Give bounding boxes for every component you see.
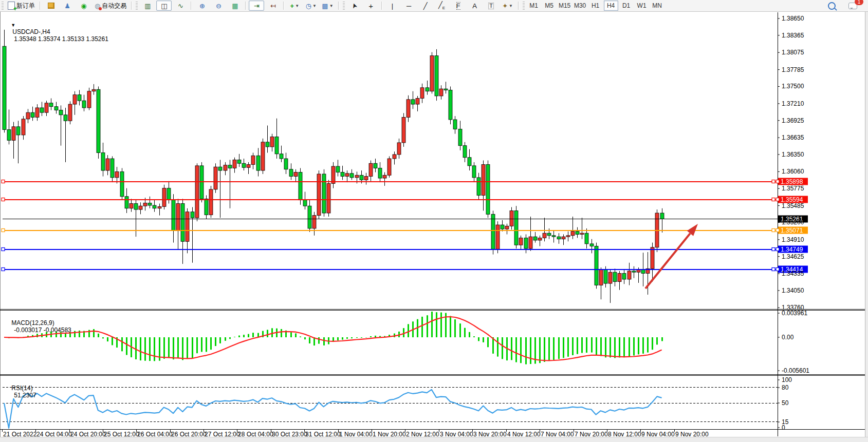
cube-icon: [48, 3, 54, 9]
macd-histogram: [5, 312, 662, 364]
macd-axis-label: 0.003961: [782, 310, 807, 317]
zoom-in-button[interactable]: ⊕: [194, 1, 210, 11]
toolbar-grip: [2, 2, 4, 10]
horizontal-line-tool-button[interactable]: ─: [401, 1, 417, 11]
svg-text:1.35898: 1.35898: [781, 178, 803, 185]
support-line-1-handle[interactable]: [2, 248, 5, 251]
cursor-tool-button[interactable]: ➤: [347, 1, 362, 11]
support-line-1-handle[interactable]: [772, 248, 775, 251]
bar-chart-mode-button[interactable]: ▥: [140, 1, 155, 11]
vertical-line-tool-button[interactable]: |: [385, 1, 400, 11]
indicators-button[interactable]: +▼: [287, 1, 302, 11]
resistance-line-1-handle[interactable]: [2, 180, 5, 183]
price-axis-label: 1.37785: [782, 66, 804, 73]
auto-scroll-button[interactable]: ⇥: [249, 1, 264, 11]
timeframe-button-D1[interactable]: D1: [619, 1, 634, 11]
resistance-line-2-handle[interactable]: [772, 198, 775, 201]
tile-windows-icon: ▦: [232, 3, 238, 9]
chart-canvas[interactable]: 1.358981.355941.352611.350711.347491.344…: [0, 0, 868, 442]
price-axis-label: 1.36350: [782, 151, 804, 158]
svg-text:1.35071: 1.35071: [781, 227, 803, 234]
candlestick-series[interactable]: [3, 30, 664, 303]
timeframe-button-H4[interactable]: H4: [604, 1, 618, 11]
collapse-triangle-icon[interactable]: ▼: [11, 23, 15, 28]
timeframe-button-MN[interactable]: MN: [650, 1, 664, 11]
shapes-tool-button[interactable]: ✦▼: [500, 1, 515, 11]
price-axis-label: 1.38365: [782, 32, 804, 39]
toolbar-right-group: 1: [823, 1, 861, 11]
resistance-line-2-handle[interactable]: [2, 198, 5, 201]
timeframe-button-M30[interactable]: M30: [573, 1, 587, 11]
support-line-2-handle[interactable]: [772, 268, 775, 271]
text-label-icon: T: [488, 3, 494, 9]
price-axis-label: 1.35200: [782, 219, 804, 226]
auto-trading-button[interactable]: ◍ 自动交易: [93, 1, 128, 11]
mt4-application-window: { "toolbar": { "new_order_label": "新订单",…: [0, 0, 868, 442]
vertical-line-icon: |: [392, 3, 393, 9]
zoom-in-icon: ⊕: [199, 3, 205, 9]
chevron-down-icon: ▼: [509, 4, 513, 8]
line-chart-mode-button[interactable]: ∿: [173, 1, 188, 11]
chart-shift-button[interactable]: ↤: [265, 1, 281, 11]
support-line-2-handle[interactable]: [2, 268, 5, 271]
price-axis-label: 1.38075: [782, 49, 804, 56]
new-order-button[interactable]: + 新订单: [6, 1, 37, 11]
rsi-line: [4, 390, 662, 428]
templates-button[interactable]: ▩▼: [320, 1, 335, 11]
timeframe-group: M1M5M15M30H1H4D1W1MN: [526, 1, 665, 11]
template-icon: ▩: [322, 3, 328, 9]
equidistant-channel-tool-button[interactable]: ╱E: [434, 1, 450, 11]
auto-trading-icon: ◍: [95, 3, 100, 9]
toolbar-separator: [283, 2, 284, 10]
price-axis-label: 1.38650: [782, 15, 804, 22]
navigator-button[interactable]: ♟: [60, 1, 75, 11]
resistance-line-1-handle[interactable]: [772, 180, 775, 183]
window-right-edge: [865, 11, 868, 442]
price-axis-label: 1.36925: [782, 117, 804, 124]
price-axis-label: 1.36635: [782, 134, 804, 141]
timeframe-button-M5[interactable]: M5: [542, 1, 557, 11]
timeframe-button-H1[interactable]: H1: [588, 1, 603, 11]
toolbar-separator: [131, 2, 132, 10]
auto-scroll-icon: ⇥: [254, 3, 260, 9]
metaeditor-button[interactable]: [43, 1, 59, 11]
search-button[interactable]: [824, 1, 839, 11]
symbol-title: USDCAD-,H4: [12, 28, 50, 35]
text-tool-button[interactable]: A: [467, 1, 483, 11]
text-label-tool-button[interactable]: T: [484, 1, 499, 11]
rsi-label: RSI(14) 51.2307: [5, 377, 36, 406]
toolbar-separator: [40, 2, 41, 10]
chevron-down-icon: ▼: [295, 4, 299, 8]
candlestick-mode-button[interactable]: ◫: [156, 1, 172, 11]
pivot-line-handle[interactable]: [2, 229, 5, 232]
shapes-icon: ✦: [502, 3, 508, 9]
macd-axis-label: -0.005601: [782, 367, 809, 374]
zoom-out-button[interactable]: ⊖: [211, 1, 226, 11]
signal-button[interactable]: ◉: [76, 1, 91, 11]
toolbar-grip: [136, 2, 138, 10]
notifications-button[interactable]: 1: [845, 1, 860, 11]
chart-shift-icon: ↤: [270, 3, 276, 9]
search-icon: [828, 2, 836, 10]
bar-chart-icon: ▥: [144, 3, 151, 9]
price-axis-label: 1.35485: [782, 202, 804, 209]
tile-windows-button[interactable]: ▦: [227, 1, 243, 11]
candlestick-icon: ◫: [161, 3, 167, 9]
symbol-ohlc: 1.35348 1.35374 1.35133 1.35261: [14, 35, 108, 43]
price-axis-label: 1.36060: [782, 168, 804, 175]
timeframe-button-W1[interactable]: W1: [635, 1, 649, 11]
crosshair-icon: +: [368, 2, 373, 10]
toolbar-grip: [343, 2, 345, 10]
rsi-value: 51.2307: [14, 392, 36, 399]
pivot-line-handle[interactable]: [772, 229, 775, 232]
timeframe-button-M1[interactable]: M1: [527, 1, 541, 11]
fibonacci-tool-button[interactable]: F: [451, 1, 466, 11]
trendline-tool-button[interactable]: ╱: [418, 1, 433, 11]
periods-button[interactable]: ◷▼: [303, 1, 319, 11]
add-indicator-icon: +: [290, 3, 294, 9]
timeframe-button-M15[interactable]: M15: [558, 1, 572, 11]
crosshair-tool-button[interactable]: +: [363, 1, 379, 11]
symbol-header: ▼ USDCAD-,H4 1.35348 1.35374 1.35133 1.3…: [4, 14, 108, 50]
rsi-axis-label: 0: [782, 424, 785, 431]
line-chart-icon: ∿: [178, 3, 183, 9]
